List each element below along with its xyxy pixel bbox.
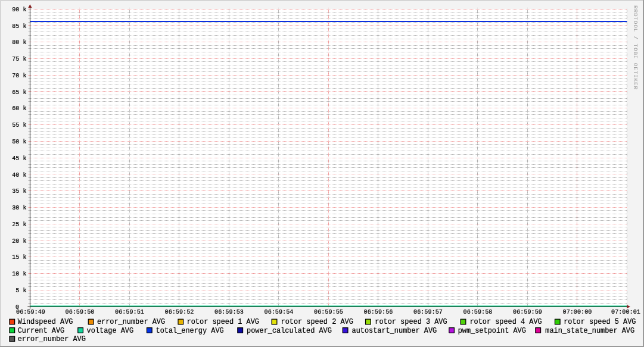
svg-text:90 k: 90 k <box>12 7 26 13</box>
svg-text:5 k: 5 k <box>15 287 26 294</box>
svg-text:error_number AVG: error_number AVG <box>18 335 86 343</box>
svg-text:07:00:00: 07:00:00 <box>563 309 592 315</box>
svg-text:main_state_number AVG: main_state_number AVG <box>545 327 634 335</box>
svg-text:07:00:01: 07:00:01 <box>611 309 640 315</box>
svg-text:rotor speed 4 AVG: rotor speed 4 AVG <box>469 318 542 326</box>
svg-text:85 k: 85 k <box>12 23 26 30</box>
svg-text:50 k: 50 k <box>12 139 26 145</box>
svg-text:10 k: 10 k <box>12 271 26 277</box>
svg-text:06:59:53: 06:59:53 <box>214 309 244 315</box>
svg-text:power_calculated AVG: power_calculated AVG <box>247 327 332 335</box>
svg-text:rotor speed 5 AVG: rotor speed 5 AVG <box>564 318 636 326</box>
svg-text:80 k: 80 k <box>12 39 26 46</box>
svg-text:autostart_number AVG: autostart_number AVG <box>352 327 437 335</box>
svg-text:06:59:50: 06:59:50 <box>66 309 95 315</box>
svg-text:30 k: 30 k <box>12 205 26 211</box>
svg-text:error_number AVG: error_number AVG <box>97 318 165 326</box>
svg-text:70 k: 70 k <box>12 73 26 79</box>
svg-text:06:59:55: 06:59:55 <box>314 309 343 315</box>
svg-text:Current AVG: Current AVG <box>18 327 65 335</box>
svg-text:06:59:59: 06:59:59 <box>513 309 542 315</box>
svg-text:pwm_setpoint AVG: pwm_setpoint AVG <box>458 327 526 335</box>
svg-text:06:59:56: 06:59:56 <box>364 309 393 315</box>
svg-text:06:59:54: 06:59:54 <box>265 309 294 315</box>
svg-text:06:59:58: 06:59:58 <box>463 309 493 315</box>
svg-text:rotor speed 1 AVG: rotor speed 1 AVG <box>187 318 259 326</box>
svg-text:06:59:49: 06:59:49 <box>16 309 45 315</box>
svg-text:45 k: 45 k <box>12 155 26 162</box>
svg-text:06:59:51: 06:59:51 <box>115 309 144 315</box>
svg-text:15 k: 15 k <box>12 254 26 261</box>
svg-text:75 k: 75 k <box>12 56 26 62</box>
svg-text:total_energy AVG: total_energy AVG <box>156 327 224 335</box>
svg-text:60 k: 60 k <box>12 105 26 112</box>
svg-text:06:59:52: 06:59:52 <box>165 309 194 315</box>
svg-text:40 k: 40 k <box>12 172 26 179</box>
svg-text:25 k: 25 k <box>12 221 26 228</box>
svg-text:06:59:57: 06:59:57 <box>413 309 443 315</box>
svg-text:rotor speed 3 AVG: rotor speed 3 AVG <box>375 318 447 326</box>
svg-text:55 k: 55 k <box>12 122 26 129</box>
svg-text:RRDTOOL / TOBI OETIKER: RRDTOOL / TOBI OETIKER <box>632 5 639 90</box>
svg-text:65 k: 65 k <box>12 89 26 96</box>
svg-text:Windspeed AVG: Windspeed AVG <box>18 318 73 326</box>
svg-text:35 k: 35 k <box>12 188 26 195</box>
svg-text:voltage AVG: voltage AVG <box>87 327 134 335</box>
svg-text:20 k: 20 k <box>12 238 26 245</box>
svg-text:rotor speed 2 AVG: rotor speed 2 AVG <box>281 318 353 326</box>
